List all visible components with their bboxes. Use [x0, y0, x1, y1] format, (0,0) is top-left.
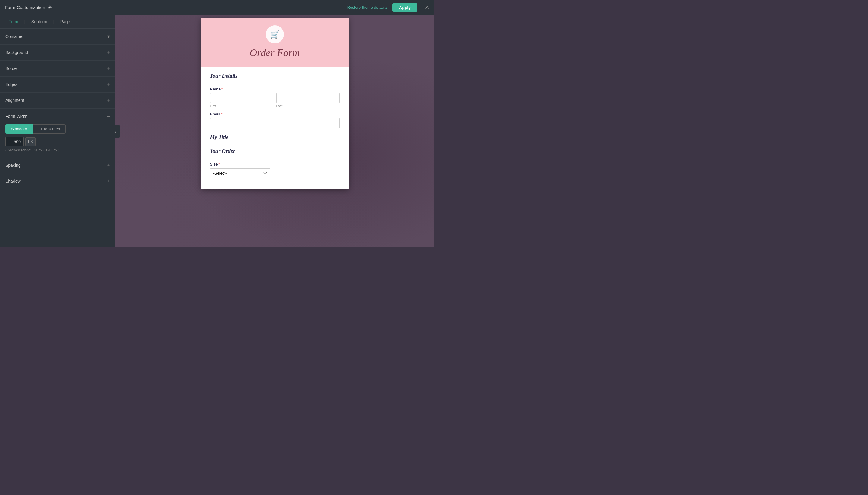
my-title-label: My Title: [210, 134, 340, 140]
cart-icon: 🛒: [270, 30, 280, 39]
tab-subform[interactable]: Subform: [25, 15, 53, 28]
size-required-star: *: [219, 162, 220, 166]
form-width-section: Form Width − Standard Fit to screen PX (…: [0, 108, 116, 157]
background-add-icon[interactable]: +: [107, 49, 110, 56]
shadow-section: Shadow +: [0, 173, 116, 189]
restore-defaults-link[interactable]: Restore theme defaults: [347, 5, 387, 10]
shadow-label: Shadow: [5, 179, 21, 184]
my-title-divider: [210, 143, 340, 143]
alignment-label: Alignment: [5, 98, 24, 103]
container-chevron-icon[interactable]: ▾: [107, 33, 110, 40]
content-area: ‹ 🛒 Order Form Your Details: [116, 15, 434, 248]
fit-screen-toggle-button[interactable]: Fit to screen: [33, 124, 66, 134]
email-required-star: *: [221, 112, 222, 116]
top-bar: Form Customization ☀ Restore theme defau…: [0, 0, 434, 15]
edges-header[interactable]: Edges +: [5, 76, 110, 92]
top-bar-right: Restore theme defaults Apply ✕: [347, 3, 429, 12]
order-divider: [210, 157, 340, 157]
form-width-label: Form Width: [5, 114, 27, 119]
email-field-group: Email *: [210, 112, 340, 128]
cart-icon-circle: 🛒: [266, 25, 284, 44]
edges-label: Edges: [5, 82, 17, 87]
border-header[interactable]: Border +: [5, 61, 110, 76]
border-add-icon[interactable]: +: [107, 65, 110, 72]
your-details-title: Your Details: [210, 73, 340, 79]
name-row: First Last: [210, 93, 340, 108]
standard-toggle-button[interactable]: Standard: [5, 124, 33, 134]
spacing-add-icon[interactable]: +: [107, 162, 110, 169]
tab-page[interactable]: Page: [54, 15, 76, 28]
form-preview: 🛒 Order Form Your Details Name: [201, 18, 349, 189]
background-label: Background: [5, 50, 28, 55]
main-layout: Form | Subform | Page Container ▾ Backgr…: [0, 15, 434, 248]
spacing-header[interactable]: Spacing +: [5, 157, 110, 173]
email-label: Email *: [210, 112, 340, 116]
your-details-section: Your Details Name * First: [210, 73, 340, 128]
width-input-row: PX: [5, 137, 110, 146]
alignment-header[interactable]: Alignment +: [5, 92, 110, 108]
form-title: Order Form: [250, 47, 300, 58]
last-name-sublabel: Last: [276, 104, 340, 108]
edges-add-icon[interactable]: +: [107, 81, 110, 88]
sidebar: Form | Subform | Page Container ▾ Backgr…: [0, 15, 116, 248]
size-field-group: Size * -Select-: [210, 162, 340, 178]
edges-section: Edges +: [0, 76, 116, 92]
shadow-header[interactable]: Shadow +: [5, 173, 110, 189]
app-title: Form Customization: [5, 5, 45, 10]
form-body: Your Details Name * First: [201, 67, 349, 189]
container-label: Container: [5, 34, 24, 39]
your-order-section: Your Order Size * -Select-: [210, 148, 340, 178]
form-width-minus-icon[interactable]: −: [107, 113, 110, 120]
container-header[interactable]: Container ▾: [5, 29, 110, 44]
apply-button[interactable]: Apply: [393, 3, 417, 12]
close-icon[interactable]: ✕: [425, 4, 429, 11]
last-name-field: Last: [276, 93, 340, 108]
border-label: Border: [5, 66, 18, 71]
top-bar-left: Form Customization ☀: [5, 4, 52, 10]
width-input-field[interactable]: [5, 137, 23, 146]
shadow-add-icon[interactable]: +: [107, 178, 110, 185]
unit-badge: PX: [25, 137, 36, 146]
tab-form[interactable]: Form: [2, 15, 24, 28]
size-select[interactable]: -Select-: [210, 168, 270, 178]
first-name-input[interactable]: [210, 93, 273, 103]
alignment-add-icon[interactable]: +: [107, 97, 110, 104]
form-preview-wrapper: 🛒 Order Form Your Details Name: [201, 18, 349, 189]
name-required-star: *: [221, 87, 223, 91]
tabs: Form | Subform | Page: [0, 15, 116, 29]
border-section: Border +: [0, 61, 116, 76]
your-order-title: Your Order: [210, 148, 340, 154]
my-title-section: My Title: [210, 134, 340, 143]
allowed-range-text: ( Allowed range: 320px - 1200px ): [5, 148, 110, 152]
spacing-section: Spacing +: [0, 157, 116, 173]
form-header: 🛒 Order Form: [201, 18, 349, 67]
size-label: Size *: [210, 162, 340, 166]
container-section: Container ▾: [0, 29, 116, 45]
background-header[interactable]: Background +: [5, 45, 110, 60]
last-name-input[interactable]: [276, 93, 340, 103]
email-input[interactable]: [210, 118, 340, 128]
sun-icon: ☀: [48, 4, 52, 10]
alignment-section: Alignment +: [0, 92, 116, 108]
first-name-sublabel: First: [210, 104, 273, 108]
background-section: Background +: [0, 45, 116, 61]
name-label: Name *: [210, 87, 340, 91]
sidebar-collapse-arrow[interactable]: ‹: [116, 125, 120, 138]
details-divider: [210, 82, 340, 82]
spacing-label: Spacing: [5, 163, 21, 168]
first-name-field: First: [210, 93, 273, 108]
form-width-header[interactable]: Form Width −: [5, 108, 110, 124]
width-toggle-group: Standard Fit to screen: [5, 124, 110, 134]
name-field-group: Name * First Last: [210, 87, 340, 108]
